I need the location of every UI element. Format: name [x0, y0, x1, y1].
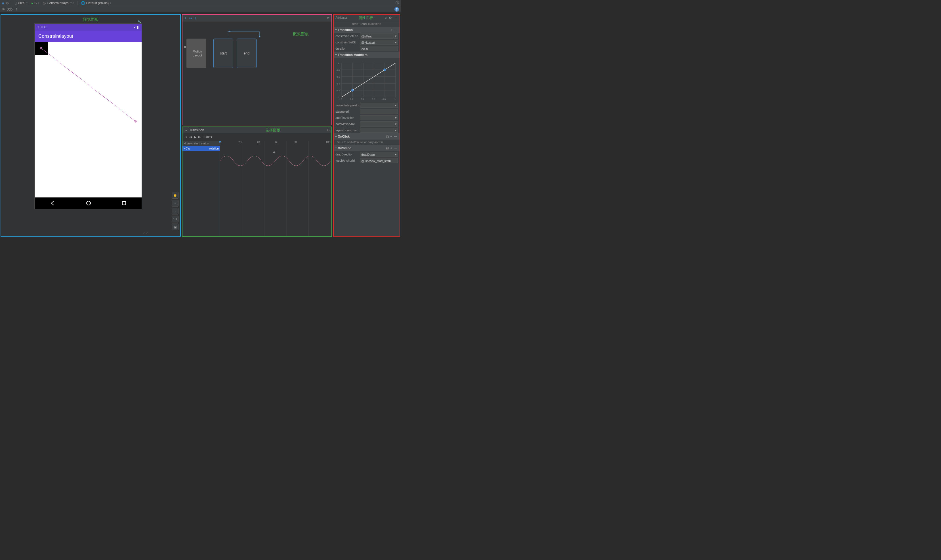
remove-icon[interactable]: —	[393, 28, 398, 31]
selection-header: → Transition ↻	[182, 127, 331, 133]
svg-text:0.6: 0.6	[337, 76, 340, 78]
locale-selector[interactable]: 🌐 Default (en-us) ▾	[80, 1, 112, 5]
text-tool-icon[interactable]: I	[16, 8, 17, 11]
section-modifiers[interactable]: ▾ Transition Modifiers	[334, 52, 400, 58]
eye-icon[interactable]: 👁	[2, 8, 5, 11]
svg-line-22	[342, 63, 396, 97]
attributes-panel-label: 属性面板	[359, 15, 373, 20]
speed-selector[interactable]: 1.0x ▾	[203, 135, 212, 139]
remove-icon[interactable]: —	[393, 146, 398, 150]
selection-title: Transition	[189, 128, 204, 132]
cycle-icon[interactable]: ⟳	[327, 16, 330, 20]
zoom-label[interactable]: 0dp	[7, 8, 12, 11]
timeline-grid	[220, 141, 331, 236]
zoom-fit[interactable]: ▣	[172, 223, 179, 230]
gear-icon[interactable]: ⚙	[388, 16, 393, 20]
checkbox-icon[interactable]: ▢	[385, 135, 390, 138]
state-start[interactable]: start	[213, 38, 233, 68]
svg-text:0.6: 0.6	[372, 98, 375, 100]
svg-text:1: 1	[338, 62, 339, 65]
attr-dragDirection: dragDirection dragDown ▾	[334, 151, 400, 157]
refresh-icon[interactable]: ↻	[327, 128, 330, 132]
timeline[interactable]: Id:view_start_status ▾ Cyc rotation 0 20…	[182, 141, 331, 236]
zoom-in[interactable]: +	[172, 200, 179, 206]
nav-home-icon[interactable]	[86, 201, 91, 206]
attributes-title: Attributes	[336, 16, 347, 19]
zoom-out[interactable]: −	[172, 208, 179, 214]
api-selector[interactable]: ▸ S ▾	[30, 1, 40, 5]
create-click-icon[interactable]: ⤵	[194, 16, 196, 20]
section-onclick[interactable]: ▾ OnClick ▢ + —	[334, 133, 400, 140]
create-transition-icon[interactable]: ↦	[189, 16, 192, 20]
wifi-icon: ▾	[134, 25, 136, 29]
dropdown-icon[interactable]: ▾	[394, 115, 398, 120]
minimize-icon[interactable]: —	[393, 16, 398, 20]
svg-text:0.8: 0.8	[382, 98, 386, 100]
nav-recent-icon[interactable]	[122, 201, 126, 205]
device-frame: 10:00 ▾ ▮ Constraintlayout	[34, 23, 142, 209]
next-frame-icon[interactable]: ⏭	[198, 135, 202, 139]
help-icon[interactable]: ?	[394, 7, 399, 12]
dropdown-icon[interactable]: ▾	[394, 40, 398, 45]
svg-rect-24	[383, 68, 387, 71]
nav-back-icon[interactable]	[50, 201, 55, 206]
track-id-row[interactable]: Id:view_start_status	[182, 141, 220, 146]
device-selector[interactable]: ▯ Pixel ▾	[14, 1, 29, 5]
locale-label: Default (en-us)	[86, 1, 109, 5]
svg-rect-4	[122, 202, 126, 205]
info-icon[interactable]: ⓘ	[396, 1, 399, 5]
no-icon[interactable]: ⊘	[6, 1, 9, 5]
search-icon[interactable]: ⌕	[384, 16, 388, 20]
play-icon[interactable]: ▶	[194, 135, 196, 139]
pan-tool[interactable]: ✋	[172, 192, 179, 198]
navbar	[35, 197, 142, 209]
svg-text:0.4: 0.4	[337, 83, 340, 85]
section-transition[interactable]: ▾ Transition + —	[334, 27, 400, 33]
remove-icon[interactable]: —	[393, 135, 398, 138]
attr-duration: duration 2000	[334, 45, 400, 52]
goto-end-icon[interactable]: ⇥	[184, 135, 187, 139]
attr-layoutDuringTransition: layoutDuringTra... ▾	[334, 127, 400, 133]
section-onswipe[interactable]: ▾ OnSwipe ☑ + —	[334, 145, 400, 151]
zoom-11[interactable]: 1:1	[172, 215, 179, 222]
attr-constraintSetEnd: constraintSetEnd @id/end ▾	[334, 33, 400, 39]
motion-layout-box[interactable]: Motion Layout	[186, 38, 206, 68]
dropdown-icon[interactable]: ▾	[394, 34, 398, 38]
add-icon[interactable]: +	[390, 28, 393, 31]
appbar: Constraintlayout	[35, 31, 142, 42]
layout-selector[interactable]: ◎ Constraintlayout ▾	[42, 1, 75, 5]
dropdown-icon[interactable]: ▾	[394, 122, 398, 126]
dropdown-icon[interactable]: ▾	[394, 103, 398, 108]
attr-motionInterpolator: motionInterpolator ▾	[334, 102, 400, 108]
attr-autoTransition: autoTransition ▾	[334, 115, 400, 121]
transition-arrow[interactable]	[226, 29, 263, 40]
svg-text:1: 1	[394, 98, 396, 100]
svg-text:0: 0	[338, 96, 339, 99]
playback-controls: 选择面板 ⇥ ⏮ ▶ ⏭ 1.0x ▾	[182, 133, 331, 141]
preview-panel-label: 预览面板	[1, 17, 180, 22]
create-constraint-icon[interactable]: ⤹	[184, 16, 187, 20]
layout-label: Constraintlayout	[47, 1, 71, 5]
checkbox-icon[interactable]: ☑	[385, 146, 390, 150]
add-icon[interactable]: +	[390, 135, 393, 138]
arrow-right-icon: →	[184, 128, 188, 132]
overview-toolbar: ⤹ ↦ ⤵ ⟳	[182, 15, 331, 22]
dropdown-icon[interactable]: ▾	[394, 152, 398, 157]
battery-icon: ▮	[137, 25, 139, 29]
state-end[interactable]: end	[237, 38, 257, 68]
svg-point-3	[86, 201, 91, 205]
add-icon[interactable]: +	[390, 146, 393, 150]
track-attr-row[interactable]: ▾ Cyc rotation	[182, 146, 220, 151]
svg-text:0.2: 0.2	[350, 98, 354, 100]
app-content	[35, 42, 142, 197]
attributes-subtitle: start→end Transition	[334, 21, 400, 27]
dropdown-icon[interactable]: ▾	[394, 128, 398, 133]
selection-panel: → Transition ↻ 选择面板 ⇥ ⏮ ▶ ⏭ 1.0x ▾ Id:vi…	[182, 126, 332, 237]
prev-frame-icon[interactable]: ⏮	[189, 135, 192, 139]
overview-panel: ⤹ ↦ ⤵ ⟳ 概览面板 Motion Layout start	[182, 14, 332, 125]
resize-handle[interactable]: ⟋⟋	[142, 231, 149, 235]
interpolation-chart[interactable]: 1 0.8 0.6 0.4 0.2 0 0 0.2 0.4 0.6 0.8 1	[334, 58, 400, 102]
top-toolbar: ◈ ⊘ ▯ Pixel ▾ ▸ S ▾ ◎ Constraintlayout ▾…	[0, 0, 401, 6]
layers-icon[interactable]: ◈	[2, 1, 4, 5]
attr-touchAnchorId: touchAnchorId @+id/view_start_statu	[334, 157, 400, 164]
